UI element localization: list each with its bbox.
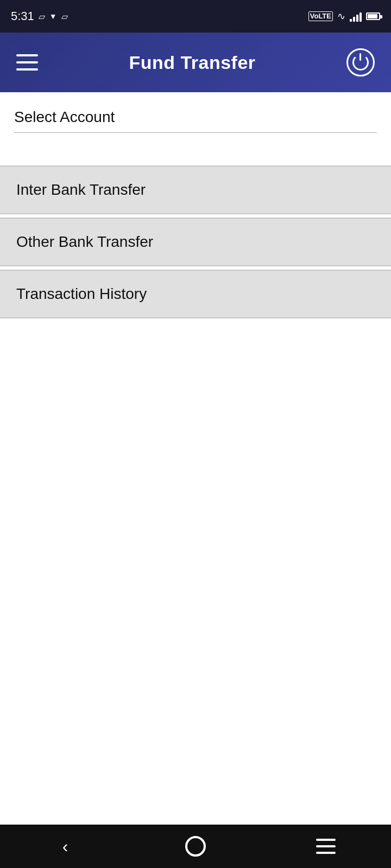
signal-icon — [350, 11, 362, 22]
lte-icon: VoLTE — [308, 11, 333, 21]
time-display: 5:31 — [11, 9, 34, 23]
status-bar: 5:31 ▱ ▼ ▱ VoLTE ∿ — [0, 0, 391, 33]
app-bar: Fund Transfer — [0, 33, 391, 92]
main-content: Select Account Inter Bank Transfer Other… — [0, 92, 391, 318]
wifi-icon: ∿ — [337, 10, 345, 22]
sim-icon-1: ▱ — [39, 11, 45, 22]
select-account-label: Select Account — [14, 108, 377, 126]
status-left: 5:31 ▱ ▼ ▱ — [11, 9, 68, 23]
menu-button[interactable] — [304, 825, 348, 868]
transaction-history-item[interactable]: Transaction History — [0, 270, 391, 318]
power-button[interactable] — [346, 48, 375, 76]
inter-bank-transfer-item[interactable]: Inter Bank Transfer — [0, 165, 391, 214]
other-bank-transfer-label: Other Bank Transfer — [16, 233, 153, 251]
bottom-nav: ‹ — [0, 825, 391, 868]
transaction-history-label: Transaction History — [16, 285, 147, 303]
hamburger-menu-button[interactable] — [16, 54, 38, 71]
back-icon: ‹ — [62, 837, 68, 857]
inter-bank-transfer-label: Inter Bank Transfer — [16, 181, 146, 199]
sim-icon-2: ▱ — [61, 11, 68, 22]
app-title: Fund Transfer — [129, 52, 255, 73]
download-icon: ▼ — [49, 12, 57, 21]
battery-icon — [366, 12, 380, 20]
home-icon — [185, 836, 206, 857]
other-bank-transfer-item[interactable]: Other Bank Transfer — [0, 218, 391, 266]
menu-list: Inter Bank Transfer Other Bank Transfer … — [14, 165, 377, 318]
status-right: VoLTE ∿ — [308, 10, 380, 22]
menu-icon — [316, 839, 336, 854]
back-button[interactable]: ‹ — [43, 825, 87, 868]
divider — [14, 132, 377, 133]
home-button[interactable] — [174, 825, 217, 868]
